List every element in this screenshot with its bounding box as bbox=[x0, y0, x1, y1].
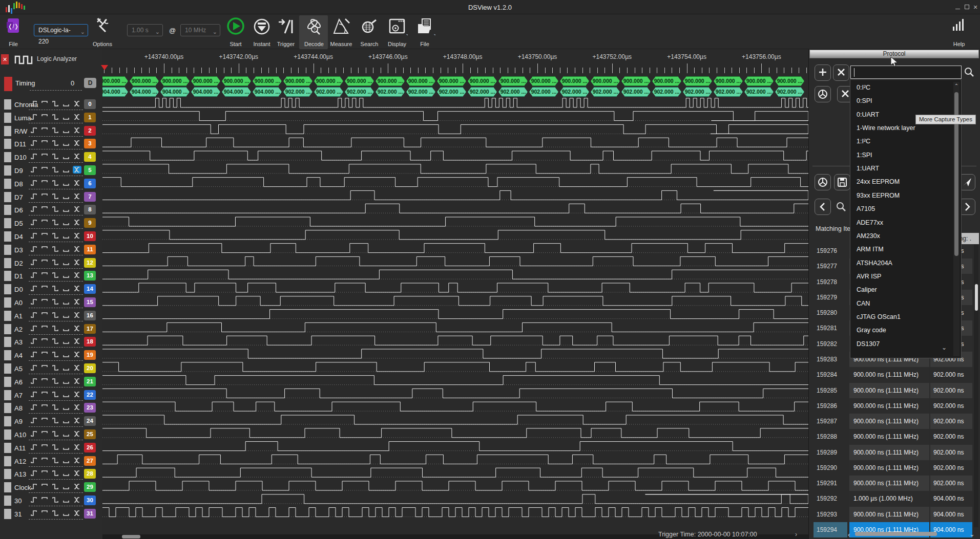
trigger-falling-icon[interactable] bbox=[51, 509, 60, 517]
trigger-high-icon[interactable] bbox=[40, 139, 49, 147]
channel-grab-handle[interactable] bbox=[4, 403, 11, 413]
trigger-edge-icon[interactable] bbox=[73, 258, 81, 266]
trigger-rising-icon[interactable] bbox=[30, 139, 38, 147]
trigger-falling-icon[interactable] bbox=[51, 457, 60, 464]
dropdown-item[interactable]: 0:I²C bbox=[857, 84, 870, 91]
trigger-edge-icon[interactable] bbox=[73, 483, 81, 490]
minimize-button[interactable] bbox=[954, 4, 961, 10]
scroll-left-icon[interactable]: ‹ bbox=[848, 531, 850, 538]
trigger-low-icon[interactable] bbox=[62, 166, 71, 174]
remove-all-decoders-button[interactable] bbox=[833, 64, 849, 81]
file-icon[interactable]: ❬/❭ bbox=[6, 17, 22, 35]
decode-annotation[interactable]: 900.000 ... bbox=[529, 76, 558, 86]
channel-row-chroma[interactable]: Chroma0 bbox=[0, 98, 102, 111]
channel-number-badge[interactable]: 1 bbox=[84, 113, 96, 122]
channel-grab-handle[interactable] bbox=[4, 311, 11, 321]
channel-number-badge[interactable]: 29 bbox=[84, 482, 96, 492]
trigger-low-icon[interactable] bbox=[62, 245, 71, 253]
decode-annotation[interactable]: 902.000 ... bbox=[468, 87, 497, 97]
trigger-falling-icon[interactable] bbox=[51, 351, 60, 358]
trigger-rising-icon[interactable] bbox=[30, 258, 38, 266]
trigger-rising-icon[interactable] bbox=[30, 245, 38, 253]
trigger-high-icon[interactable] bbox=[40, 232, 49, 240]
channel-number-badge[interactable]: 7 bbox=[84, 192, 96, 202]
trace-a13[interactable] bbox=[102, 468, 808, 477]
scroll-down-icon[interactable]: ⌄ bbox=[969, 530, 975, 538]
options-button[interactable]: Options bbox=[85, 41, 120, 47]
trigger-low-icon[interactable] bbox=[62, 377, 71, 385]
dropdown-item[interactable]: CAN bbox=[857, 300, 870, 307]
dropdown-item[interactable]: Gray code bbox=[857, 327, 886, 334]
trigger-rising-icon[interactable] bbox=[30, 166, 38, 174]
trigger-falling-icon[interactable] bbox=[51, 166, 60, 174]
decode-annotation[interactable]: 900.000 ... bbox=[102, 76, 128, 86]
trigger-rising-icon[interactable] bbox=[30, 469, 38, 477]
channel-row-a1[interactable]: A116 bbox=[0, 309, 102, 322]
decode-annotation[interactable]: 902.000 ... bbox=[714, 87, 743, 97]
trigger-falling-icon[interactable] bbox=[51, 364, 60, 372]
trigger-low-icon[interactable] bbox=[62, 285, 71, 292]
trigger-edge-icon[interactable] bbox=[73, 192, 81, 200]
trigger-edge-icon[interactable] bbox=[73, 351, 81, 358]
table-row[interactable]: 159289900.000 ns (1.111 MHz)902.000 ns bbox=[809, 445, 978, 460]
channel-row-rw[interactable]: R/W2 bbox=[0, 124, 102, 138]
channel-grab-handle[interactable] bbox=[4, 429, 11, 440]
trigger-rising-icon[interactable] bbox=[30, 113, 38, 121]
channel-row-a10[interactable]: A1025 bbox=[0, 428, 102, 441]
channel-number-badge[interactable]: 16 bbox=[84, 311, 96, 320]
decode-annotation[interactable]: 900.000 ... bbox=[621, 76, 651, 86]
trigger-high-icon[interactable] bbox=[40, 153, 49, 160]
trigger-edge-icon[interactable] bbox=[73, 443, 81, 451]
trigger-edge-icon[interactable] bbox=[73, 337, 81, 345]
decode-annotation[interactable]: 900.000 ... bbox=[468, 76, 497, 86]
trace-chroma[interactable] bbox=[102, 98, 808, 107]
trigger-high-icon[interactable] bbox=[40, 100, 49, 107]
channel-number-badge[interactable]: 8 bbox=[84, 205, 96, 214]
logic-analyzer-tab[interactable]: Logic Analyzer bbox=[37, 55, 77, 62]
trigger-high-icon[interactable] bbox=[40, 377, 49, 385]
channel-number-badge[interactable]: 6 bbox=[84, 179, 96, 188]
channel-number-badge[interactable]: 10 bbox=[84, 231, 96, 241]
channel-row-a12[interactable]: A1227 bbox=[0, 455, 102, 468]
channel-row-a6[interactable]: A621 bbox=[0, 375, 102, 389]
decode-annotation[interactable]: 904.000 ... bbox=[253, 87, 282, 97]
dropdown-item[interactable]: ATSHA204A bbox=[857, 260, 892, 267]
table-row[interactable]: 159284900.000 ns (1.111 MHz)902.000 ns bbox=[809, 367, 978, 382]
dropdown-item[interactable]: 1:SPI bbox=[857, 152, 872, 159]
decode-annotation[interactable]: 900.000 ... bbox=[406, 76, 435, 86]
waveform-traces[interactable] bbox=[102, 98, 808, 539]
dropdown-item[interactable]: cJTAG OScan1 bbox=[857, 313, 901, 320]
trace-a4[interactable] bbox=[102, 349, 808, 358]
channel-number-badge[interactable]: 11 bbox=[84, 245, 96, 254]
trace-d8[interactable] bbox=[102, 178, 808, 187]
measure-icon[interactable] bbox=[332, 18, 350, 35]
trigger-edge-icon[interactable] bbox=[73, 245, 81, 253]
channel-number-badge[interactable]: 23 bbox=[84, 403, 96, 413]
trigger-low-icon[interactable] bbox=[62, 391, 71, 398]
channel-row-a0[interactable]: A015 bbox=[0, 296, 102, 309]
close-button[interactable]: ✕ bbox=[972, 4, 979, 10]
channel-number-badge[interactable]: 20 bbox=[84, 363, 96, 373]
trigger-low-icon[interactable] bbox=[62, 417, 71, 424]
trigger-rising-icon[interactable] bbox=[30, 100, 38, 107]
channel-row-a5[interactable]: A520 bbox=[0, 362, 102, 375]
dropdown-item[interactable]: 1-Wire network layer bbox=[857, 124, 915, 132]
trigger-falling-icon[interactable] bbox=[51, 417, 60, 424]
trace-d10[interactable] bbox=[102, 151, 808, 160]
channel-number-badge[interactable]: 17 bbox=[84, 324, 96, 334]
channel-row-d3[interactable]: D311 bbox=[0, 243, 102, 256]
channel-row-a3[interactable]: A318 bbox=[0, 335, 102, 349]
table-row[interactable]: 159287900.000 ns (1.111 MHz)902.000 ns bbox=[809, 414, 978, 429]
protocol-search-icon[interactable] bbox=[964, 67, 974, 77]
dropdown-item[interactable]: Caliper bbox=[857, 286, 877, 293]
trigger-rising-icon[interactable] bbox=[30, 391, 38, 398]
table-row[interactable]: 159285900.000 ns (1.111 MHz)902.000 ns bbox=[809, 383, 978, 398]
channel-grab-handle[interactable] bbox=[4, 99, 11, 110]
trigger-low-icon[interactable] bbox=[62, 403, 71, 411]
trace-d4[interactable] bbox=[102, 230, 808, 240]
timing-row[interactable]: Timing 0 D bbox=[0, 76, 102, 93]
channel-row-30[interactable]: 3030 bbox=[0, 494, 102, 507]
table-row[interactable]: 159288900.000 ns (1.111 MHz)902.000 ns bbox=[809, 429, 978, 444]
duration-select[interactable]: 1.00 s⌄ bbox=[127, 24, 163, 36]
channel-grab-handle[interactable] bbox=[4, 271, 11, 281]
